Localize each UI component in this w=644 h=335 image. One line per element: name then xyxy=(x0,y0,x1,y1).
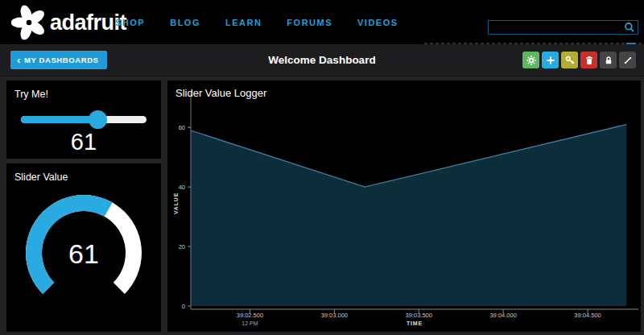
slider-fill xyxy=(21,116,97,123)
my-dashboards-button[interactable]: ‹ MY DASHBOARDS xyxy=(10,51,107,69)
trash-icon xyxy=(584,56,594,65)
chevron-left-icon: ‹ xyxy=(17,57,21,64)
y-tick-label: 60 xyxy=(179,124,185,131)
x-axis-title: TIME xyxy=(407,321,423,326)
x-tick-label: 39:03.000 xyxy=(321,312,348,319)
y-axis-title: VALUE xyxy=(173,192,179,214)
nav-link-blog[interactable]: BLOG xyxy=(170,18,200,27)
line-chart-block: Slider Value Logger 020406039:02.50012 P… xyxy=(167,81,641,332)
adafruit-flower-icon xyxy=(11,4,47,41)
gauge-block-title: Slider Value xyxy=(6,163,161,183)
add-block-button[interactable] xyxy=(542,52,559,68)
y-tick-label: 40 xyxy=(179,184,185,191)
chart-title: Slider Value Logger xyxy=(167,81,641,99)
nav-link-videos[interactable]: VIDEOS xyxy=(357,18,398,27)
slider-value: 61 xyxy=(6,129,161,155)
y-tick-label: 0 xyxy=(182,303,185,310)
nav-link-forums[interactable]: FORUMS xyxy=(287,18,332,27)
lock-icon xyxy=(604,56,613,65)
x-tick-label: 39:02.500 xyxy=(237,312,263,319)
x-tick-label: 39:04.500 xyxy=(574,312,601,319)
fullscreen-button[interactable] xyxy=(619,52,636,68)
search-box xyxy=(488,20,638,35)
nav-link-learn[interactable]: LEARN xyxy=(225,18,262,27)
top-navbar: adafruit SHOPBLOGLEARNFORUMSVIDEOS xyxy=(0,0,644,44)
y-tick-label: 20 xyxy=(179,243,185,250)
key-icon xyxy=(565,56,575,65)
primary-nav: SHOPBLOGLEARNFORUMSVIDEOS xyxy=(115,0,398,44)
slider-track[interactable] xyxy=(21,116,147,123)
settings-button[interactable] xyxy=(522,52,539,68)
x-tick-sublabel: 12 PM xyxy=(242,321,258,326)
gauge: 61 xyxy=(6,185,161,330)
adafruit-logo[interactable]: adafruit xyxy=(11,4,126,41)
gear-icon xyxy=(526,56,536,65)
x-tick-label: 39:04.000 xyxy=(489,312,516,319)
slider-block: Try Me! 61 xyxy=(6,81,161,159)
search-icon[interactable] xyxy=(624,22,635,33)
delete-button[interactable] xyxy=(580,52,597,68)
plus-icon xyxy=(546,56,555,65)
area-chart: 020406039:02.50012 PM39:03.00039:03.5003… xyxy=(167,81,641,332)
dashboard-actions xyxy=(522,52,636,68)
dashboard-header: ‹ MY DASHBOARDS Welcome Dashboard xyxy=(0,44,644,77)
gauge-block: Slider Value 61 xyxy=(6,163,161,332)
lock-button[interactable] xyxy=(600,52,617,68)
key-button[interactable] xyxy=(561,52,578,68)
left-column: Try Me! 61 Slider Value 61 xyxy=(6,81,161,332)
my-dashboards-label: MY DASHBOARDS xyxy=(24,56,99,64)
slider-thumb[interactable] xyxy=(89,110,107,129)
expand-icon xyxy=(623,56,633,65)
gauge-value: 61 xyxy=(68,238,99,269)
x-tick-label: 39:03.500 xyxy=(406,312,432,319)
dashboard-canvas: Try Me! 61 Slider Value 61 Slider Value … xyxy=(0,77,644,335)
search-input[interactable] xyxy=(489,21,624,34)
nav-link-shop[interactable]: SHOP xyxy=(115,18,145,27)
slider-block-title: Try Me! xyxy=(6,81,161,100)
